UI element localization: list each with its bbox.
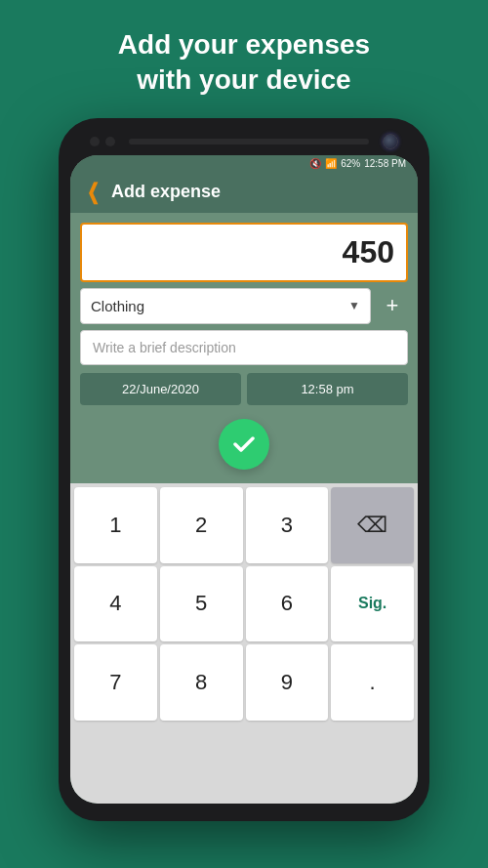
key-2[interactable]: 2 <box>160 487 243 563</box>
confirm-button[interactable] <box>219 419 269 470</box>
key-backspace[interactable]: ⌫ <box>331 487 414 563</box>
amount-value: 450 <box>343 234 394 269</box>
key-9[interactable]: 9 <box>246 644 329 721</box>
key-6[interactable]: 6 <box>246 566 329 642</box>
time-display: 12:58 PM <box>364 158 406 169</box>
key-8[interactable]: 8 <box>160 644 243 721</box>
description-input[interactable]: Write a brief description <box>80 330 408 365</box>
camera-lens <box>383 134 398 149</box>
header-title: Add your expenses with your device <box>79 0 409 118</box>
key-4[interactable]: 4 <box>74 566 157 642</box>
time-button[interactable]: 12:58 pm <box>247 373 408 405</box>
key-sig[interactable]: Sig. <box>331 566 414 642</box>
wifi-icon: 📶 <box>325 158 337 169</box>
key-3[interactable]: 3 <box>246 487 329 563</box>
key-1[interactable]: 1 <box>74 487 157 563</box>
phone-frame: 🔇 📶 62% 12:58 PM ❮ Add expense 450 <box>59 118 429 821</box>
back-button[interactable]: ❮ <box>87 182 100 203</box>
page-title: Add expense <box>111 182 221 202</box>
key-5[interactable]: 5 <box>160 566 243 642</box>
category-label: Clothing <box>91 298 144 314</box>
key-dot[interactable]: . <box>331 644 414 721</box>
status-bar: 🔇 📶 62% 12:58 PM <box>70 155 418 172</box>
add-category-button[interactable]: + <box>377 290 408 321</box>
category-dropdown[interactable]: Clothing ▼ <box>80 288 371 324</box>
key-7[interactable]: 7 <box>74 644 157 721</box>
amount-input[interactable]: 450 <box>80 223 408 282</box>
description-placeholder: Write a brief description <box>93 340 236 355</box>
date-button[interactable]: 22/June/2020 <box>80 373 241 405</box>
app-header: ❮ Add expense <box>70 172 418 213</box>
chevron-down-icon: ▼ <box>348 299 360 312</box>
checkmark-icon <box>230 431 258 458</box>
battery-status: 62% <box>341 158 360 169</box>
numeric-keypad: 1 2 3 ⌫ 4 5 6 Sig. 7 8 9 . <box>70 483 418 804</box>
mute-icon: 🔇 <box>309 158 321 169</box>
